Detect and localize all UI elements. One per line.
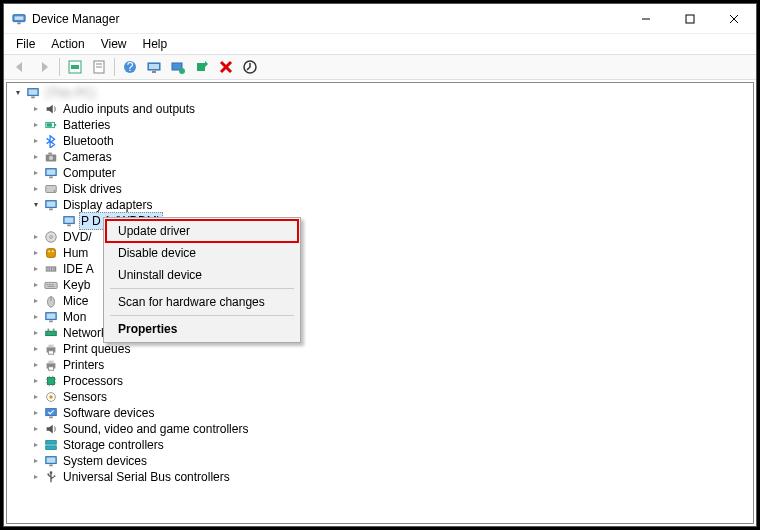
device-tree[interactable]: ▾ (This PC) ▸ Audio inputs and outputs ▸… xyxy=(6,82,754,524)
install-legacy-button[interactable] xyxy=(239,56,261,78)
svg-rect-45 xyxy=(47,249,56,258)
expand-icon[interactable]: ▸ xyxy=(29,262,43,276)
software-icon xyxy=(43,405,59,421)
expand-icon[interactable]: ▸ xyxy=(29,166,43,180)
category-node[interactable]: ▸ Disk drives xyxy=(29,181,753,197)
window-title: Device Manager xyxy=(32,12,624,26)
category-node[interactable]: ▸ Sensors xyxy=(29,389,753,405)
category-node[interactable]: ▸ Cameras xyxy=(29,149,753,165)
expand-icon[interactable]: ▸ xyxy=(29,182,43,196)
svg-rect-89 xyxy=(47,458,56,463)
category-node[interactable]: ▸ System devices xyxy=(29,453,753,469)
help-button[interactable]: ? xyxy=(119,56,141,78)
category-node[interactable]: ▸ Bluetooth xyxy=(29,133,753,149)
expand-icon[interactable]: ▸ xyxy=(29,278,43,292)
context-uninstall-device[interactable]: Uninstall device xyxy=(106,264,298,286)
uninstall-device-button[interactable] xyxy=(215,56,237,78)
category-label: Print queues xyxy=(61,341,132,357)
svg-rect-66 xyxy=(53,329,55,332)
expand-icon[interactable]: ▸ xyxy=(29,390,43,404)
svg-rect-69 xyxy=(48,351,53,355)
svg-rect-41 xyxy=(65,218,74,223)
category-node[interactable]: ▸ Software devices xyxy=(29,405,753,421)
network-icon xyxy=(43,325,59,341)
bluetooth-icon xyxy=(43,133,59,149)
expand-icon[interactable]: ▸ xyxy=(29,150,43,164)
svg-rect-90 xyxy=(49,465,53,467)
svg-point-46 xyxy=(48,250,50,252)
scan-hardware-button[interactable] xyxy=(143,56,165,78)
menu-view[interactable]: View xyxy=(93,35,135,53)
context-separator xyxy=(110,315,294,316)
svg-rect-49 xyxy=(47,267,48,271)
collapse-icon[interactable]: ▾ xyxy=(11,86,25,100)
category-node[interactable]: ▸ Batteries xyxy=(29,117,753,133)
tree-root-node[interactable]: ▾ (This PC) xyxy=(11,85,753,101)
show-hidden-button[interactable] xyxy=(64,56,86,78)
ide-icon xyxy=(43,261,59,277)
svg-rect-93 xyxy=(48,474,50,476)
expand-icon[interactable]: ▸ xyxy=(29,374,43,388)
category-node[interactable]: ▸ Universal Serial Bus controllers xyxy=(29,469,753,485)
expand-icon[interactable]: ▸ xyxy=(29,422,43,436)
category-label: Universal Serial Bus controllers xyxy=(61,469,232,485)
svg-rect-86 xyxy=(46,441,57,445)
category-node[interactable]: ▸ Processors xyxy=(29,373,753,389)
root-label: (This PC) xyxy=(43,85,98,101)
category-label: DVD/ xyxy=(61,229,94,245)
expand-icon[interactable]: ▸ xyxy=(29,134,43,148)
svg-rect-4 xyxy=(686,15,694,23)
forward-button[interactable] xyxy=(33,56,55,78)
svg-rect-28 xyxy=(47,123,52,127)
toolbar: ? xyxy=(4,54,756,80)
expand-icon[interactable]: ▸ xyxy=(29,230,43,244)
category-label: IDE A xyxy=(61,261,96,277)
separator xyxy=(114,58,115,76)
collapse-icon[interactable]: ▾ xyxy=(29,198,43,212)
context-properties[interactable]: Properties xyxy=(106,318,298,340)
expand-icon[interactable]: ▸ xyxy=(29,406,43,420)
expand-icon[interactable]: ▸ xyxy=(29,102,43,116)
device-manager-window: Device Manager File Action View Help ? ▾… xyxy=(3,3,757,527)
category-label: Storage controllers xyxy=(61,437,166,453)
expand-icon[interactable]: ▸ xyxy=(29,310,43,324)
category-label: Processors xyxy=(61,373,125,389)
expand-icon[interactable]: ▸ xyxy=(29,342,43,356)
back-button[interactable] xyxy=(9,56,31,78)
context-menu: Update driver Disable device Uninstall d… xyxy=(103,217,301,343)
category-node[interactable]: ▸ Print queues xyxy=(29,341,753,357)
minimize-button[interactable] xyxy=(624,4,668,34)
menu-file[interactable]: File xyxy=(8,35,43,53)
category-node[interactable]: ▸ Sound, video and game controllers xyxy=(29,421,753,437)
keyboard-icon xyxy=(43,277,59,293)
maximize-button[interactable] xyxy=(668,4,712,34)
expand-icon[interactable]: ▸ xyxy=(29,118,43,132)
expand-icon[interactable]: ▸ xyxy=(29,438,43,452)
svg-rect-72 xyxy=(48,367,53,371)
enable-device-button[interactable] xyxy=(191,56,213,78)
expand-icon[interactable]: ▸ xyxy=(29,454,43,468)
svg-rect-2 xyxy=(17,22,21,24)
category-node[interactable]: ▸ Computer xyxy=(29,165,753,181)
close-button[interactable] xyxy=(712,4,756,34)
category-node[interactable]: ▸ Audio inputs and outputs xyxy=(29,101,753,117)
category-node[interactable]: ▾ Display adapters xyxy=(29,197,753,213)
properties-toolbar-button[interactable] xyxy=(88,56,110,78)
context-disable-device[interactable]: Disable device xyxy=(106,242,298,264)
expand-icon[interactable]: ▸ xyxy=(29,358,43,372)
menu-action[interactable]: Action xyxy=(43,35,92,53)
expand-icon[interactable]: ▸ xyxy=(29,470,43,484)
category-label: Keyb xyxy=(61,277,92,293)
svg-point-94 xyxy=(54,475,56,477)
expand-icon[interactable]: ▸ xyxy=(29,294,43,308)
update-driver-toolbar-button[interactable] xyxy=(167,56,189,78)
context-scan-hardware[interactable]: Scan for hardware changes xyxy=(106,291,298,313)
category-node[interactable]: ▸ Printers xyxy=(29,357,753,373)
menu-help[interactable]: Help xyxy=(135,35,176,53)
expand-icon[interactable]: ▸ xyxy=(29,326,43,340)
expand-icon[interactable]: ▸ xyxy=(29,246,43,260)
context-update-driver[interactable]: Update driver xyxy=(106,220,298,242)
category-node[interactable]: ▸ Storage controllers xyxy=(29,437,753,453)
context-separator xyxy=(110,288,294,289)
svg-rect-56 xyxy=(49,284,51,285)
